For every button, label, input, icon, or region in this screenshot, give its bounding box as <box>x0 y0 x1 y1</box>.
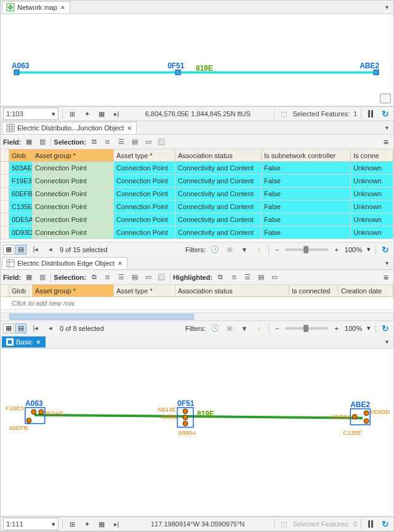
pane-menu-caret[interactable]: ▾ <box>383 4 391 10</box>
junction-dot[interactable] <box>364 419 369 424</box>
node[interactable] <box>14 70 19 75</box>
first-record[interactable]: |◂ <box>30 323 41 334</box>
col-glob[interactable]: Glob <box>9 285 33 296</box>
hl-btn-5[interactable]: ▭ <box>269 272 280 283</box>
tool-btn-4[interactable]: ▸| <box>111 108 122 119</box>
col-creation-date[interactable]: Creation date <box>339 285 393 296</box>
close-icon[interactable]: × <box>35 338 41 346</box>
hl-btn-2[interactable]: ⧈ <box>228 272 239 283</box>
tool-btn-3[interactable]: ▦ <box>96 108 107 119</box>
col-glob[interactable]: Glob <box>9 149 33 161</box>
close-icon[interactable]: × <box>126 124 132 132</box>
refresh-button[interactable]: ↻ <box>380 108 391 119</box>
close-icon[interactable]: × <box>60 4 66 11</box>
sel-btn-4[interactable]: ▤ <box>129 137 140 148</box>
row-gutter[interactable] <box>1 213 9 226</box>
table2-hscroll[interactable] <box>1 312 393 320</box>
row-gutter[interactable] <box>1 188 9 200</box>
sel-btn-6[interactable]: ⿴ <box>156 272 167 283</box>
field-btn-1[interactable]: ▦ <box>23 137 34 148</box>
view-all[interactable]: ▦ <box>3 324 14 333</box>
chevron-down-icon[interactable]: ▾ <box>366 245 372 253</box>
overview-icon[interactable] <box>380 93 391 103</box>
filter-sort[interactable]: ↕ <box>254 323 265 334</box>
map2-canvas[interactable]: A063 F19E3 503AE 60EFB 0F51 AB14E 43368 … <box>1 349 393 517</box>
row-gutter-head[interactable] <box>1 285 9 296</box>
col-connected[interactable]: Is connected <box>289 285 339 296</box>
refresh-button[interactable]: ↻ <box>380 244 391 255</box>
junction-dot[interactable] <box>39 410 44 415</box>
col-connected[interactable]: Is conne <box>351 149 393 161</box>
filter-extent[interactable]: ▣ <box>224 323 235 334</box>
filter-time[interactable]: 🕓 <box>209 244 220 255</box>
hl-btn-4[interactable]: ▤ <box>255 272 267 283</box>
junction-dot[interactable] <box>26 418 31 423</box>
zoom-slider[interactable] <box>285 327 328 330</box>
map1-canvas[interactable]: A063 0F51 819E ABE2 <box>1 14 393 106</box>
tool-btn-3[interactable]: ▦ <box>96 518 107 530</box>
col-assoc-status[interactable]: Association status <box>175 149 262 161</box>
sel-btn-4[interactable]: ▤ <box>129 272 140 283</box>
tool-btn-1[interactable]: ⊞ <box>66 518 78 530</box>
field-btn-1[interactable]: ▦ <box>23 272 34 283</box>
junction-dot[interactable] <box>364 411 369 416</box>
refresh-button[interactable]: ↻ <box>380 323 391 334</box>
hl-btn-3[interactable]: ☰ <box>242 272 253 283</box>
table-row[interactable]: 503AEConnection PointConnection PointCon… <box>1 162 393 175</box>
tool-btn-1[interactable]: ⊞ <box>66 108 78 119</box>
table-row[interactable]: 60EFBConnection PointConnection PointCon… <box>1 188 393 200</box>
refresh-button[interactable]: ↻ <box>380 518 391 530</box>
pane-menu-caret[interactable]: ▾ <box>383 260 391 266</box>
row-gutter[interactable] <box>1 226 9 239</box>
tool-btn-4[interactable]: ▸| <box>111 518 122 530</box>
scale-select[interactable]: 1:103▾ <box>3 108 58 120</box>
zoom-plus[interactable]: + <box>332 325 340 332</box>
filter-time[interactable]: 🕓 <box>209 323 220 334</box>
row-gutter[interactable] <box>1 200 9 213</box>
sel-btn-3[interactable]: ☰ <box>116 272 127 283</box>
zoom-minus[interactable]: − <box>273 246 281 253</box>
new-row-placeholder[interactable]: Click to add new row. <box>1 297 393 310</box>
node[interactable] <box>374 70 379 75</box>
zoom-slider[interactable] <box>285 248 328 251</box>
col-asset-type[interactable]: Asset type * <box>114 149 175 161</box>
field-btn-2[interactable]: ▥ <box>37 137 48 148</box>
filter-extent[interactable]: ▣ <box>224 244 235 255</box>
col-assoc-status[interactable]: Association status <box>175 285 289 296</box>
tab-basic[interactable]: Basic × <box>2 336 46 347</box>
first-record[interactable]: |◂ <box>30 244 41 255</box>
junction-dot[interactable] <box>352 415 357 419</box>
sel-btn-1[interactable]: ⧉ <box>89 137 100 148</box>
junction-dot[interactable] <box>183 415 188 420</box>
junction-dot[interactable] <box>183 409 188 414</box>
selected-icon[interactable]: ⬚ <box>278 518 289 530</box>
chevron-down-icon[interactable]: ▾ <box>366 324 372 332</box>
table1-grid[interactable]: Glob Asset group * Asset type * Associat… <box>1 149 393 242</box>
table2-grid[interactable]: Glob Asset group * Asset type * Associat… <box>1 285 393 312</box>
selected-icon[interactable]: ⬚ <box>278 108 289 119</box>
node[interactable] <box>175 70 180 75</box>
prev-record[interactable]: ◂ <box>45 323 56 334</box>
col-asset-type[interactable]: Asset type * <box>114 285 175 296</box>
view-selected[interactable]: ▤ <box>15 324 26 333</box>
filter-sort[interactable]: ↕ <box>254 244 265 255</box>
row-gutter-head[interactable] <box>1 149 9 161</box>
close-icon[interactable]: × <box>117 260 123 267</box>
tab-junction-object[interactable]: Electric Distributio...Junction Object × <box>2 122 137 133</box>
tool-btn-2[interactable]: ✦ <box>81 518 92 530</box>
tool-btn-2[interactable]: ✦ <box>81 108 92 119</box>
pause-button[interactable] <box>365 518 376 530</box>
zoom-minus[interactable]: − <box>273 325 281 332</box>
hamburger-menu[interactable]: ≡ <box>381 136 391 148</box>
col-asset-group[interactable]: Asset group * <box>33 149 114 161</box>
table-row[interactable]: C135EConnection PointConnection PointCon… <box>1 200 393 213</box>
junction-dot[interactable] <box>183 421 188 426</box>
sel-btn-1[interactable]: ⧉ <box>89 272 100 283</box>
row-gutter[interactable] <box>1 162 9 174</box>
scale-select[interactable]: 1:111▾ <box>3 518 58 530</box>
col-subnet[interactable]: Is subnetwork controller <box>262 149 351 161</box>
pane-menu-caret[interactable]: ▾ <box>383 124 391 131</box>
table-row[interactable]: 0DE5AConnection PointConnection PointCon… <box>1 213 393 226</box>
junction-dot[interactable] <box>31 410 36 415</box>
prev-record[interactable]: ◂ <box>45 244 56 255</box>
